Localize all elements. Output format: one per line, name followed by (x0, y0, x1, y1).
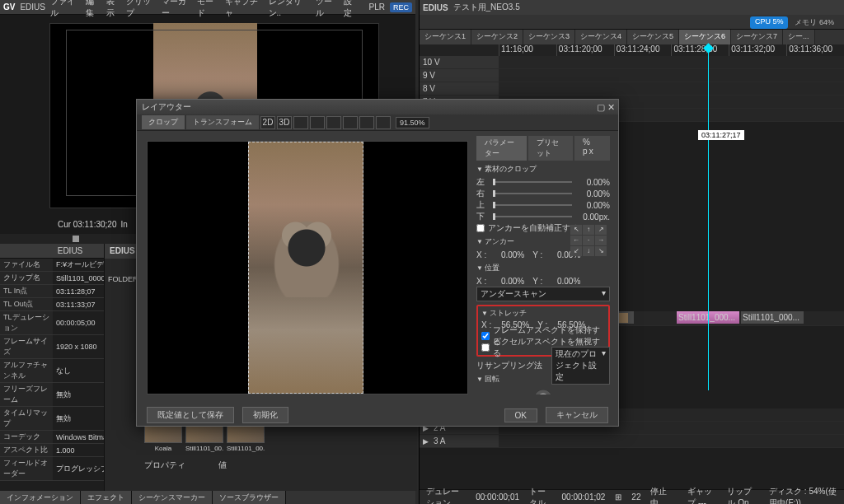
sequence-tabs: シーケンス1 シーケンス2 シーケンス3 シーケンス4 シーケンス5 シーケンス… (420, 30, 844, 44)
tab-parameter[interactable]: パラメーター (476, 136, 527, 161)
zoom-value[interactable]: 91.50% (396, 117, 429, 128)
dialog-footer: 既定値として保存 初期化 OK キャンセル (137, 404, 618, 426)
seq-tab[interactable]: シー... (783, 30, 815, 44)
bin-property-columns: プロパティ値 (144, 460, 227, 471)
menu-clip[interactable]: クリップ (126, 0, 157, 19)
playhead[interactable] (708, 44, 709, 390)
section-position[interactable]: 位置 (476, 263, 610, 273)
tab-information[interactable]: インフォメーション (0, 491, 81, 504)
frame-icon: ⊞ (615, 492, 621, 502)
section-crop[interactable]: 素材のクロップ (476, 164, 610, 175)
layouter-dialog: レイアウター ▢ ✕ クロップ トランスフォーム 2D 3D 91.50% パラ… (136, 99, 619, 427)
timeline-ruler[interactable]: 11:16;0003:11:20;0003:11:24;0003:11:28;0… (420, 44, 844, 56)
track-v: 10 V (420, 56, 844, 69)
status-bar: デュレーション00:00:00;01 トータル00:00:01;02 ⊞22 停… (420, 489, 844, 504)
layouter-image-frame[interactable] (248, 142, 363, 394)
menubar: GV EDIUS ファイル 編集 表示 クリップ マーカー モード キャプチャ … (0, 0, 415, 15)
zoom-icon[interactable] (326, 116, 341, 129)
mode-3d-button[interactable]: 3D (277, 116, 292, 129)
menu-marker[interactable]: マーカー (162, 0, 192, 19)
resample-combo[interactable]: 現在のプロジェクト設定▾ (551, 347, 610, 385)
mode-2d-button[interactable]: 2D (260, 116, 275, 129)
track-a: ▶ 3 A (420, 435, 844, 448)
unit-icons[interactable]: % px (574, 136, 610, 161)
pointer-icon[interactable] (310, 116, 325, 129)
timeline-toolbar: CPU 5%メモリ 64% (420, 15, 844, 30)
app-logo: GV (3, 2, 15, 12)
tool-icon[interactable] (293, 116, 308, 129)
grid-icon[interactable] (343, 116, 358, 129)
seq-tab[interactable]: シーケンス5 (627, 30, 679, 44)
bottom-panel-tabs: インフォメーション エフェクト シーケンスマーカー ソースブラウザー (0, 491, 415, 504)
rec-badge: REC (390, 2, 412, 12)
track-v: 9 V (420, 69, 844, 82)
menu-settings[interactable]: 設定 (344, 0, 359, 19)
track-v: 8 V (420, 82, 844, 96)
cancel-button[interactable]: キャンセル (546, 407, 608, 423)
chevron-down-icon: ▾ (602, 288, 606, 300)
seq-tab[interactable]: シーケンス4 (575, 30, 627, 44)
menu-view[interactable]: 表示 (106, 0, 122, 19)
dialog-title: レイアウター (142, 101, 191, 113)
tab-sourcebrowser[interactable]: ソースブラウザー (213, 491, 286, 504)
tab-effect[interactable]: エフェクト (81, 491, 132, 504)
ignore-pixel-checkbox[interactable] (481, 343, 490, 352)
tab-preset[interactable]: プリセット (528, 136, 573, 161)
position-nudge-grid[interactable]: ↖↑↗←·→↙↓↘ (570, 225, 607, 256)
seq-tab-active[interactable]: シーケンス6 (679, 30, 731, 44)
dialog-titlebar[interactable]: レイアウター ▢ ✕ (137, 100, 618, 114)
timeline-titlebar: EDIUS テスト用_NEO3.5 (420, 0, 844, 15)
keep-aspect-checkbox[interactable] (481, 332, 490, 340)
menu-render[interactable]: レンダリン.. (269, 0, 312, 19)
seq-tab[interactable]: シーケンス3 (523, 30, 575, 44)
underscan-combo[interactable]: アンダースキャン▾ (476, 287, 610, 301)
tab-crop[interactable]: クロップ (142, 115, 185, 129)
reset-button[interactable]: 初期化 (242, 407, 288, 423)
timeline-clip[interactable]: Still1101_000... (741, 311, 804, 324)
layouter-canvas[interactable] (147, 141, 468, 394)
menu-mode[interactable]: モード (197, 0, 220, 19)
perf-badge: CPU 5%メモリ 64% (750, 16, 837, 29)
tab-seqmarker[interactable]: シーケンスマーカー (132, 491, 213, 504)
plr-label: PLR (369, 2, 385, 12)
slider[interactable] (493, 181, 572, 183)
tab-transform[interactable]: トランスフォーム (186, 115, 259, 129)
slider[interactable] (493, 193, 572, 194)
guide-icon[interactable] (359, 116, 374, 129)
section-stretch[interactable]: ストレッチ (481, 308, 605, 319)
dialog-toolbar: クロップ トランスフォーム 2D 3D 91.50% (137, 114, 618, 131)
slider[interactable] (493, 204, 572, 206)
playhead-timecode: 03:11:27;17 (698, 130, 744, 140)
layouter-properties: パラメーター プリセット % px 素材のクロップ 左0.00% 右0.00% … (468, 131, 618, 394)
seq-tab[interactable]: シーケンス1 (420, 30, 471, 44)
menu-edit[interactable]: 編集 (86, 0, 101, 19)
project-name: テスト用_NEO3.5 (453, 2, 520, 13)
close-icon[interactable]: ▢ ✕ (597, 102, 615, 113)
save-default-button[interactable]: 既定値として保存 (147, 407, 234, 423)
scrub-handle[interactable] (73, 236, 79, 242)
rotation-dial[interactable] (534, 390, 552, 394)
menu-tool[interactable]: ツール (316, 0, 339, 19)
slider[interactable] (493, 216, 572, 217)
safe-icon[interactable] (376, 116, 391, 129)
seq-tab[interactable]: シーケンス2 (471, 30, 523, 44)
app-name: EDIUS (20, 2, 45, 12)
seq-tab[interactable]: シーケンス7 (731, 30, 783, 44)
anchor-auto-checkbox[interactable] (476, 224, 485, 232)
app-name: EDIUS (423, 3, 448, 12)
menu-file[interactable]: ファイル (50, 0, 81, 19)
chevron-down-icon: ▾ (602, 348, 606, 383)
preview-timecode: Cur 03:11:30;20 In (58, 220, 128, 229)
ok-button[interactable]: OK (504, 408, 537, 422)
menu-capture[interactable]: キャプチャ (225, 0, 263, 19)
